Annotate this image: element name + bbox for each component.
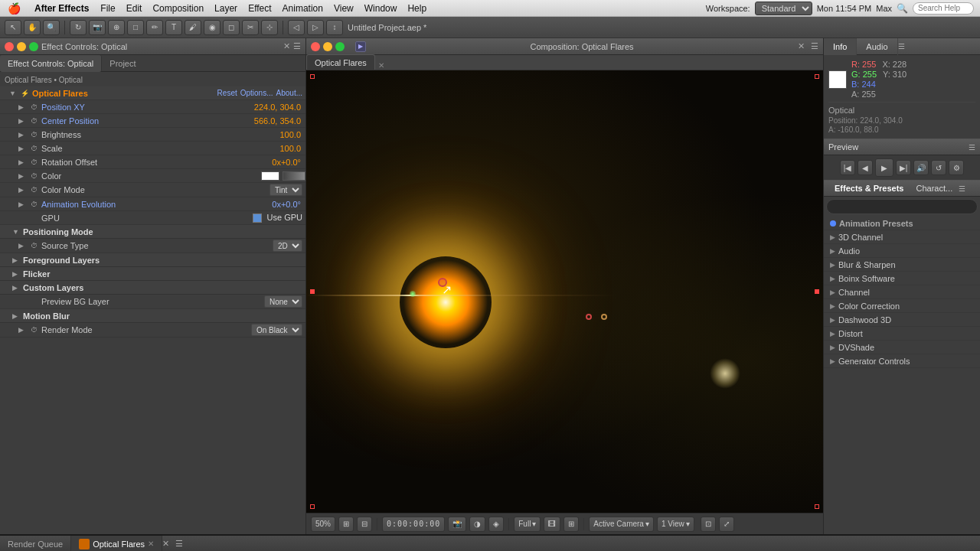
section-positioning-mode[interactable]: ▼ Positioning Mode bbox=[0, 225, 305, 239]
section-motion-blur[interactable]: ▶ Motion Blur bbox=[0, 309, 305, 323]
stopwatch-icon-5[interactable]: ⏱ bbox=[28, 158, 40, 166]
fx-menu-icon[interactable]: ☰ bbox=[959, 184, 965, 193]
tool-text[interactable]: T bbox=[165, 20, 182, 35]
expand-srctype[interactable]: ▶ bbox=[18, 242, 28, 249]
prop-brightness-value[interactable]: 100.0 bbox=[279, 130, 305, 139]
fx-3dchannel[interactable]: ▶ 3D Channel bbox=[824, 230, 980, 244]
info-menu-icon[interactable]: ☰ bbox=[898, 42, 908, 51]
color-bar[interactable] bbox=[283, 171, 305, 181]
section-foreground-layers[interactable]: ▶ Foreground Layers bbox=[0, 253, 305, 267]
stopwatch-icon-4[interactable]: ⏱ bbox=[28, 145, 40, 152]
expand-anim[interactable]: ▶ bbox=[18, 201, 28, 208]
prev-first-btn[interactable]: |◀ bbox=[840, 160, 855, 175]
about-btn[interactable]: About... bbox=[276, 89, 305, 97]
fx-boinx[interactable]: ▶ Boinx Software bbox=[824, 272, 980, 285]
stopwatch-icon-10[interactable]: ⏱ bbox=[28, 326, 40, 334]
indicator-2[interactable] bbox=[586, 314, 592, 320]
panel-menu-icon[interactable]: ☰ bbox=[293, 41, 301, 51]
section-flicker[interactable]: ▶ Flicker bbox=[0, 267, 305, 281]
fx-dashwood[interactable]: ▶ Dashwood 3D bbox=[824, 313, 980, 327]
stopwatch-icon[interactable]: ⏱ bbox=[28, 103, 40, 111]
options-btn[interactable]: Options... bbox=[240, 89, 276, 97]
tool-roto[interactable]: ✂ bbox=[242, 20, 259, 35]
comp-traffic-yellow[interactable] bbox=[323, 42, 332, 51]
expand-pos[interactable]: ▶ bbox=[18, 103, 28, 111]
handle-left[interactable] bbox=[310, 289, 315, 294]
menu-window[interactable]: Window bbox=[359, 0, 403, 17]
tab-project[interactable]: Project bbox=[102, 55, 143, 72]
fx-distort[interactable]: ▶ Distort bbox=[824, 327, 980, 341]
fx-animation-presets[interactable]: Animation Presets bbox=[824, 217, 980, 230]
expand-center[interactable]: ▶ bbox=[18, 117, 28, 125]
menu-view[interactable]: View bbox=[328, 0, 359, 17]
exposure-icon[interactable]: ◈ bbox=[488, 517, 504, 532]
tab-render-queue[interactable]: Render Queue bbox=[0, 536, 71, 552]
grid2-icon[interactable]: ⊞ bbox=[564, 517, 579, 532]
fx-channel[interactable]: ▶ Channel bbox=[824, 285, 980, 299]
tool-stamp[interactable]: ◉ bbox=[204, 20, 220, 35]
reset-btn[interactable]: Reset bbox=[217, 89, 240, 97]
resolution-selector[interactable]: Full ▾ bbox=[514, 517, 541, 532]
tl-menu-icon[interactable]: ☰ bbox=[175, 539, 188, 549]
prev-loop-btn[interactable]: ↺ bbox=[931, 160, 946, 175]
magnify-icon[interactable]: ⊞ bbox=[338, 517, 354, 532]
comp-traffic-green[interactable] bbox=[335, 42, 345, 51]
tool-pen[interactable]: ✏ bbox=[146, 20, 163, 35]
tool-brush[interactable]: 🖌 bbox=[185, 20, 201, 35]
grid-icon[interactable]: ⊟ bbox=[357, 517, 372, 532]
tool-hand[interactable]: ✋ bbox=[24, 20, 41, 35]
expand-triangle[interactable]: ▼ bbox=[9, 90, 18, 97]
tool-extra3[interactable]: ↕ bbox=[326, 20, 343, 35]
expand-custom[interactable]: ▶ bbox=[12, 284, 21, 292]
tool-arrow[interactable]: ↖ bbox=[5, 20, 21, 35]
prop-scale-value[interactable]: 100.0 bbox=[279, 144, 305, 153]
color-channels-icon[interactable]: ◑ bbox=[469, 517, 485, 532]
tool-pan[interactable]: ⊕ bbox=[108, 20, 125, 35]
tool-zoom[interactable]: 🔍 bbox=[43, 20, 60, 35]
stopwatch-icon-7[interactable]: ⏱ bbox=[28, 186, 40, 194]
expand-flicker[interactable]: ▶ bbox=[12, 270, 21, 278]
render-mode-dropdown[interactable]: On Black bbox=[251, 324, 302, 336]
expand-rot[interactable]: ▶ bbox=[18, 158, 28, 166]
apple-menu[interactable]: 🍎 bbox=[0, 2, 28, 15]
color-swatch[interactable] bbox=[261, 171, 279, 181]
indicator-3[interactable] bbox=[601, 314, 607, 320]
search-icon[interactable]: 🔍 bbox=[897, 3, 908, 14]
tool-extra2[interactable]: ▷ bbox=[307, 20, 324, 35]
expand-color[interactable]: ▶ bbox=[18, 172, 28, 180]
comp-traffic-red[interactable] bbox=[311, 42, 320, 51]
expand-colormode[interactable]: ▶ bbox=[18, 186, 28, 194]
stopwatch-icon-9[interactable]: ⏱ bbox=[28, 242, 40, 249]
stopwatch-icon-8[interactable]: ⏱ bbox=[28, 201, 40, 208]
color-mode-dropdown[interactable]: Tint bbox=[270, 184, 302, 196]
menu-composition[interactable]: Composition bbox=[147, 0, 209, 17]
tool-extra1[interactable]: ◁ bbox=[288, 20, 305, 35]
traffic-red[interactable] bbox=[5, 42, 14, 51]
prev-prev-btn[interactable]: ◀ bbox=[858, 160, 873, 175]
fx-search-input[interactable] bbox=[826, 199, 978, 214]
prev-settings-btn[interactable]: ⚙ bbox=[949, 160, 964, 175]
tab-audio[interactable]: Audio bbox=[857, 38, 897, 55]
traffic-yellow[interactable] bbox=[17, 42, 26, 51]
prev-next-btn[interactable]: ▶| bbox=[896, 160, 911, 175]
fullscreen-icon[interactable]: ⤢ bbox=[719, 517, 734, 532]
camera-selector[interactable]: Active Camera ▾ bbox=[589, 517, 654, 532]
menu-edit[interactable]: Edit bbox=[121, 0, 148, 17]
comp-close-icon[interactable]: ✕ bbox=[798, 41, 805, 51]
selection-handle-tr[interactable] bbox=[815, 74, 819, 79]
prev-audio-btn[interactable]: 🔊 bbox=[913, 160, 929, 175]
stopwatch-icon-3[interactable]: ⏱ bbox=[28, 131, 40, 139]
help-search-input[interactable] bbox=[913, 2, 974, 15]
selection-handle-bl[interactable] bbox=[310, 504, 315, 509]
expand-render[interactable]: ▶ bbox=[18, 326, 28, 334]
tl-tab-close[interactable]: ✕ bbox=[148, 540, 154, 548]
prop-optical-flares-group[interactable]: ▼ ⚡ Optical Flares Reset Options... Abou… bbox=[0, 86, 305, 100]
tab-effect-controls[interactable]: Effect Controls: Optical bbox=[0, 55, 102, 72]
tool-rotate[interactable]: ↻ bbox=[70, 20, 87, 35]
stopwatch-icon-2[interactable]: ⏱ bbox=[28, 117, 40, 125]
tab-info[interactable]: Info bbox=[824, 38, 857, 55]
fx-color-correction[interactable]: ▶ Color Correction bbox=[824, 299, 980, 313]
preview-menu-icon[interactable]: ☰ bbox=[969, 143, 975, 152]
viewer-icon[interactable]: 🎞 bbox=[544, 517, 560, 532]
tab-close-icon[interactable]: ✕ bbox=[375, 61, 387, 70]
